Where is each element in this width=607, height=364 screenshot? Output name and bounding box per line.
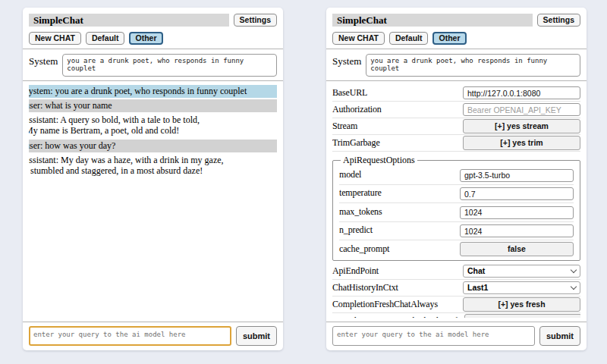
completion-fresh-chat-always-label: CompletionFreshChatAlways [332,299,438,310]
setting-row-api-endpoint: ApiEndPoint Chat [332,263,580,280]
app-title: SimpleChat [332,14,533,27]
completion-fresh-chat-toggle-button[interactable]: [+] yes fresh [463,297,580,312]
temperature-input[interactable] [460,187,574,200]
trim-garbage-label: TrimGarbage [332,137,380,149]
setting-row-max-tokens: max_tokens [339,203,574,222]
authorization-label: Authorization [332,104,382,115]
cache-prompt-label: cache_prompt [339,243,389,255]
tab-new-chat[interactable]: New CHAT [29,32,81,45]
system-prompt-label: System [332,54,361,77]
completion-insert-standard-role-prefix-label: CompletionInsertStandardRolePrefix [332,315,464,318]
base-url-label: BaseURL [332,87,367,99]
n-predict-input[interactable] [460,224,574,237]
chat-history-selected-value: Last1 [467,283,488,292]
setting-row-trim-garbage: TrimGarbage [+] yes trim [332,135,580,152]
stream-label: Stream [332,121,357,132]
query-input[interactable] [332,326,535,346]
submit-button[interactable]: submit [236,326,277,346]
setting-row-cache-prompt: cache_prompt false [339,240,574,259]
chat-main: system: you are a drunk poet, who respon… [29,85,277,318]
api-endpoint-select[interactable]: Chat [463,265,580,278]
tab-new-chat[interactable]: New CHAT [332,32,385,45]
divider [23,49,283,49]
chat-message-user: user: what is your name [29,99,277,112]
api-endpoint-label: ApiEndPoint [332,265,379,277]
tab-default[interactable]: Default [389,32,429,45]
tab-other[interactable]: Other [432,32,466,45]
api-endpoint-selected-value: Chat [467,266,485,275]
n-predict-label: n_predict [339,224,373,236]
setting-row-stream: Stream [+] yes stream [332,118,580,135]
system-prompt-label: System [29,54,58,77]
session-tabs: New CHAT Default Other [332,32,580,45]
app-header: SimpleChat Settings [29,14,277,27]
setting-row-chat-history-in-ctxt: ChatHistoryInCtxt Last1 [332,280,580,297]
setting-row-n-predict: n_predict [339,222,574,241]
divider [326,49,587,49]
stream-toggle-button[interactable]: [+] yes stream [463,119,580,133]
divider [23,322,283,322]
completion-insert-role-prefix-toggle-button[interactable]: [-] dont insert [464,314,580,318]
chat-message-assistant: assistant: A query so bold, with a tale … [29,114,277,137]
settings-main: BaseURL Authorization Stream [+] yes str… [332,85,580,318]
system-prompt-row: System you are a drunk poet, who respond… [29,54,277,77]
setting-row-model: model [339,166,574,185]
divider [23,80,283,81]
model-label: model [339,169,361,180]
trim-garbage-toggle-button[interactable]: [+] yes trim [463,136,580,150]
setting-row-temperature: temperature [339,185,574,204]
max-tokens-label: max_tokens [339,206,382,218]
max-tokens-input[interactable] [460,206,574,219]
base-url-input[interactable] [463,86,580,99]
setting-row-base-url: BaseURL [332,85,580,102]
submit-button[interactable]: submit [539,326,580,346]
chevron-down-icon [571,283,577,289]
api-request-options-fieldset: ApiRequestOptions model temperature max_… [332,155,580,261]
temperature-label: temperature [339,187,382,199]
divider [326,80,587,81]
setting-row-authorization: Authorization [332,102,580,118]
chat-log: system: you are a drunk poet, who respon… [29,85,277,179]
session-tabs: New CHAT Default Other [29,32,277,45]
system-prompt-input[interactable]: you are a drunk poet, who responds in fu… [366,54,580,77]
query-input-row: submit [332,326,580,346]
divider [326,322,587,322]
chat-message-assistant: assistant: My day was a haze, with a dri… [29,154,277,177]
chat-history-in-ctxt-label: ChatHistoryInCtxt [332,282,398,293]
api-request-options-legend: ApiRequestOptions [341,155,417,166]
chat-panel: SimpleChat Settings New CHAT Default Oth… [23,8,283,350]
app-title: SimpleChat [29,14,229,27]
settings-button[interactable]: Settings [537,14,580,27]
query-input-row: submit [29,326,277,346]
setting-row-completion-fresh-chat-always: CompletionFreshChatAlways [+] yes fresh [332,297,580,313]
setting-row-completion-insert-standard-role-prefix: CompletionInsertStandardRolePrefix [-] d… [332,313,580,318]
chat-history-in-ctxt-select[interactable]: Last1 [463,281,580,294]
system-prompt-row: System you are a drunk poet, who respond… [332,54,580,77]
chat-log-empty-space [29,179,277,318]
tab-other[interactable]: Other [129,32,162,45]
chevron-down-icon [571,266,577,272]
query-input[interactable] [29,326,231,346]
tab-default[interactable]: Default [86,32,125,45]
model-input[interactable] [460,169,574,182]
authorization-input[interactable] [463,103,580,116]
settings-button[interactable]: Settings [234,14,277,27]
system-prompt-input[interactable]: you are a drunk poet, who responds in fu… [62,54,277,77]
settings-panel: SimpleChat Settings New CHAT Default Oth… [326,8,587,350]
cache-prompt-toggle-button[interactable]: false [460,242,574,256]
chat-message-system: system: you are a drunk poet, who respon… [29,85,277,98]
chat-message-user: user: how was your day? [29,140,277,152]
app-header: SimpleChat Settings [332,14,580,27]
